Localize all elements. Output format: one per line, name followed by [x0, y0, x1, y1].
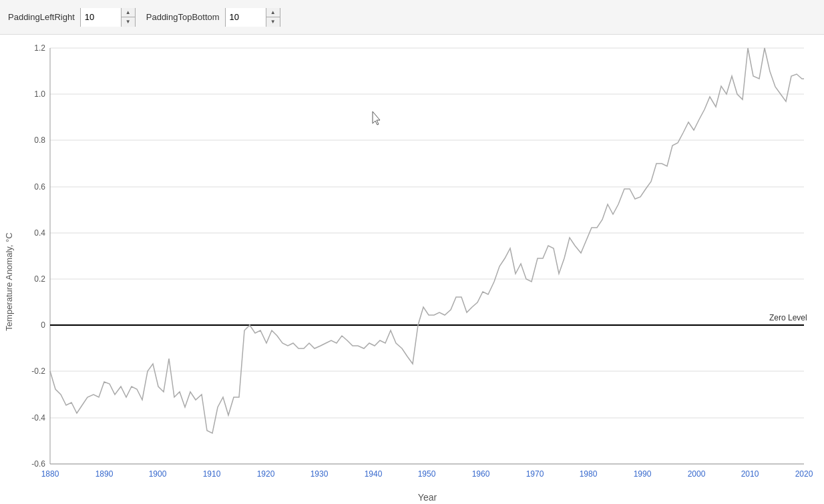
y-label-0.6: 0.6 [34, 182, 45, 192]
y-label-neg0.2: -0.2 [31, 366, 45, 376]
svg-marker-0 [373, 111, 380, 125]
padding-top-bottom-input[interactable] [226, 8, 266, 27]
x-label-1920: 1920 [257, 469, 275, 479]
y-axis-title: Temperature Anomaly, °C [4, 232, 14, 330]
x-label-1910: 1910 [203, 469, 221, 479]
y-label-0.2: 0.2 [34, 274, 45, 284]
y-label-0.8: 0.8 [34, 136, 45, 145]
x-label-1890: 1890 [95, 469, 114, 479]
x-label-2020: 2020 [795, 469, 813, 479]
x-label-2010: 2010 [741, 469, 759, 479]
x-label-1880: 1880 [41, 469, 59, 479]
padding-left-right-spinner: ▲ ▼ [80, 8, 136, 27]
x-label-2000: 2000 [688, 469, 706, 479]
y-label-neg0.6: -0.6 [31, 459, 45, 469]
top-controls-bar: PaddingLeftRight ▲ ▼ PaddingTopBottom ▲ … [0, 0, 824, 35]
zero-level-label: Zero Level [769, 313, 807, 322]
padding-top-bottom-spinner: ▲ ▼ [225, 8, 280, 27]
x-label-1930: 1930 [311, 469, 329, 479]
padding-top-bottom-label: PaddingTopBottom [146, 12, 220, 22]
y-label-neg0.4: -0.4 [31, 413, 45, 423]
padding-left-right-up-button[interactable]: ▲ [122, 8, 135, 17]
chart-svg: 1.2 1.0 0.8 0.6 0.4 0.2 0 -0.2 -0.4 -0.6… [0, 35, 824, 504]
padding-left-right-input[interactable] [81, 8, 121, 27]
chart-container: 1.2 1.0 0.8 0.6 0.4 0.2 0 -0.2 -0.4 -0.6… [0, 35, 824, 504]
padding-left-right-group: PaddingLeftRight ▲ ▼ [8, 8, 136, 27]
x-label-1900: 1900 [149, 469, 167, 479]
padding-top-bottom-spinner-buttons: ▲ ▼ [266, 8, 280, 27]
cursor-icon [373, 111, 380, 125]
x-label-1940: 1940 [365, 469, 383, 479]
x-label-1950: 1950 [418, 469, 436, 479]
padding-left-right-spinner-buttons: ▲ ▼ [121, 8, 135, 27]
padding-left-right-label: PaddingLeftRight [8, 12, 75, 22]
padding-left-right-down-button[interactable]: ▼ [122, 17, 135, 27]
y-label-0.4: 0.4 [34, 228, 45, 238]
y-label-0.0: 0 [41, 320, 45, 330]
padding-top-bottom-up-button[interactable]: ▲ [266, 8, 280, 17]
x-label-1990: 1990 [634, 469, 652, 479]
temperature-line [50, 48, 804, 433]
x-label-1960: 1960 [472, 469, 490, 479]
y-label-1.0: 1.0 [34, 89, 45, 99]
padding-top-bottom-group: PaddingTopBottom ▲ ▼ [146, 8, 280, 27]
x-label-1980: 1980 [580, 469, 598, 479]
y-label-1.2: 1.2 [34, 43, 45, 53]
x-axis-title: Year [418, 492, 437, 503]
x-label-1970: 1970 [526, 469, 544, 479]
padding-top-bottom-down-button[interactable]: ▼ [266, 17, 280, 27]
